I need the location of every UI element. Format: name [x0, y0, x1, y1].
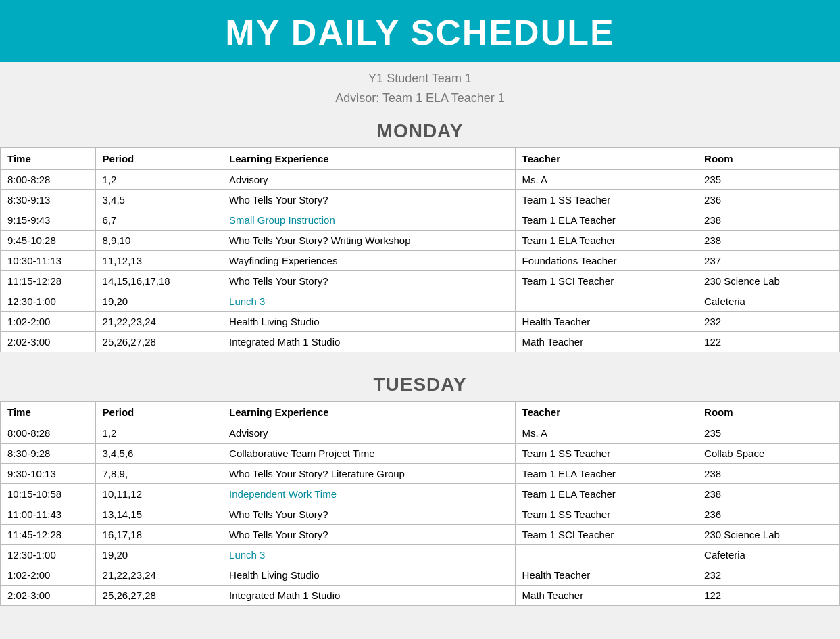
- cell-teacher: Team 1 SCI Teacher: [515, 270, 697, 291]
- cell-room: 230 Science Lab: [697, 270, 840, 291]
- cell-teacher: Ms. A: [515, 423, 697, 443]
- table-row: 12:30-1:0019,20Lunch 3Cafeteria: [1, 544, 840, 565]
- cell-period: 7,8,9,: [95, 463, 222, 483]
- table-row: 12:30-1:0019,20Lunch 3Cafeteria: [1, 291, 840, 311]
- cell-teacher: Team 1 SS Teacher: [515, 189, 697, 210]
- subheader: Y1 Student Team 1 Advisor: Team 1 ELA Te…: [0, 62, 840, 111]
- cell-room: 238: [697, 463, 840, 483]
- cell-teacher: Team 1 SCI Teacher: [515, 524, 697, 544]
- col-room-mon: Room: [697, 147, 840, 169]
- cell-period: 3,4,5: [95, 189, 222, 210]
- cell-time: 12:30-1:00: [1, 544, 96, 565]
- cell-room: 238: [697, 230, 840, 250]
- cell-time: 1:02-2:00: [1, 311, 96, 331]
- cell-period: 19,20: [95, 291, 222, 311]
- table-row: 8:30-9:133,4,5Who Tells Your Story?Team …: [1, 189, 840, 210]
- monday-table: Time Period Learning Experience Teacher …: [0, 147, 840, 352]
- cell-teacher: Team 1 ELA Teacher: [515, 463, 697, 483]
- table-row: 2:02-3:0025,26,27,28Integrated Math 1 St…: [1, 585, 840, 605]
- cell-time: 1:02-2:00: [1, 565, 96, 585]
- cell-learning-experience: Who Tells Your Story?: [222, 270, 516, 291]
- cell-teacher: Team 1 ELA Teacher: [515, 230, 697, 250]
- table-row: 11:00-11:4313,14,15Who Tells Your Story?…: [1, 504, 840, 524]
- cell-period: 8,9,10: [95, 230, 222, 250]
- cell-room: Cafeteria: [697, 291, 840, 311]
- monday-section: MONDAY Time Period Learning Experience T…: [0, 111, 840, 352]
- col-time-tue: Time: [1, 401, 96, 423]
- table-row: 9:30-10:137,8,9,Who Tells Your Story? Li…: [1, 463, 840, 483]
- cell-time: 9:15-9:43: [1, 210, 96, 230]
- monday-header: MONDAY: [0, 111, 840, 147]
- col-teacher-mon: Teacher: [515, 147, 697, 169]
- cell-teacher: Ms. A: [515, 169, 697, 189]
- tuesday-header: TUESDAY: [0, 364, 840, 401]
- cell-room: 235: [697, 169, 840, 189]
- cell-learning-experience: Lunch 3: [222, 544, 516, 565]
- cell-learning-experience: Lunch 3: [222, 291, 516, 311]
- cell-teacher: Health Teacher: [515, 565, 697, 585]
- cell-room: 238: [697, 483, 840, 504]
- cell-period: 1,2: [95, 169, 222, 189]
- cell-period: 21,22,23,24: [95, 311, 222, 331]
- col-room-tue: Room: [697, 401, 840, 423]
- cell-period: 11,12,13: [95, 250, 222, 270]
- table-row: 8:00-8:281,2AdvisoryMs. A235: [1, 423, 840, 443]
- monday-header-row: Time Period Learning Experience Teacher …: [1, 147, 840, 169]
- col-le-mon: Learning Experience: [222, 147, 516, 169]
- col-period-tue: Period: [95, 401, 222, 423]
- spacer-1: [0, 352, 840, 364]
- cell-learning-experience: Advisory: [222, 423, 516, 443]
- cell-room: 232: [697, 311, 840, 331]
- cell-period: 3,4,5,6: [95, 443, 222, 463]
- table-row: 2:02-3:0025,26,27,28Integrated Math 1 St…: [1, 331, 840, 352]
- cell-room: 236: [697, 504, 840, 524]
- cell-learning-experience: Health Living Studio: [222, 565, 516, 585]
- cell-time: 10:30-11:13: [1, 250, 96, 270]
- cell-teacher: Team 1 ELA Teacher: [515, 483, 697, 504]
- cell-time: 8:00-8:28: [1, 423, 96, 443]
- cell-period: 16,17,18: [95, 524, 222, 544]
- cell-learning-experience: Who Tells Your Story?: [222, 504, 516, 524]
- col-period-mon: Period: [95, 147, 222, 169]
- cell-period: 21,22,23,24: [95, 565, 222, 585]
- cell-time: 9:45-10:28: [1, 230, 96, 250]
- cell-period: 13,14,15: [95, 504, 222, 524]
- cell-learning-experience: Integrated Math 1 Studio: [222, 585, 516, 605]
- table-row: 8:30-9:283,4,5,6Collaborative Team Proje…: [1, 443, 840, 463]
- cell-learning-experience: Who Tells Your Story? Writing Workshop: [222, 230, 516, 250]
- cell-teacher: Team 1 ELA Teacher: [515, 210, 697, 230]
- cell-period: 14,15,16,17,18: [95, 270, 222, 291]
- cell-room: 122: [697, 331, 840, 352]
- page-title: MY DAILY SCHEDULE: [0, 12, 840, 53]
- table-row: 1:02-2:0021,22,23,24Health Living Studio…: [1, 311, 840, 331]
- cell-teacher: Math Teacher: [515, 585, 697, 605]
- cell-learning-experience: Who Tells Your Story?: [222, 524, 516, 544]
- cell-period: 1,2: [95, 423, 222, 443]
- team-label: Y1 Student Team 1: [0, 69, 840, 89]
- cell-learning-experience: Who Tells Your Story? Literature Group: [222, 463, 516, 483]
- cell-teacher: [515, 544, 697, 565]
- cell-time: 2:02-3:00: [1, 585, 96, 605]
- cell-time: 11:15-12:28: [1, 270, 96, 291]
- cell-time: 9:30-10:13: [1, 463, 96, 483]
- cell-time: 8:30-9:28: [1, 443, 96, 463]
- cell-learning-experience: Wayfinding Experiences: [222, 250, 516, 270]
- cell-learning-experience: Advisory: [222, 169, 516, 189]
- cell-room: 236: [697, 189, 840, 210]
- cell-room: 235: [697, 423, 840, 443]
- tuesday-header-row: Time Period Learning Experience Teacher …: [1, 401, 840, 423]
- cell-room: Cafeteria: [697, 544, 840, 565]
- cell-time: 8:30-9:13: [1, 189, 96, 210]
- cell-room: Collab Space: [697, 443, 840, 463]
- cell-teacher: Team 1 SS Teacher: [515, 443, 697, 463]
- cell-room: 230 Science Lab: [697, 524, 840, 544]
- table-row: 1:02-2:0021,22,23,24Health Living Studio…: [1, 565, 840, 585]
- table-row: 9:15-9:436,7Small Group InstructionTeam …: [1, 210, 840, 230]
- table-row: 10:30-11:1311,12,13Wayfinding Experience…: [1, 250, 840, 270]
- table-row: 10:15-10:5810,11,12Independent Work Time…: [1, 483, 840, 504]
- cell-room: 232: [697, 565, 840, 585]
- cell-teacher: Team 1 SS Teacher: [515, 504, 697, 524]
- table-row: 9:45-10:288,9,10Who Tells Your Story? Wr…: [1, 230, 840, 250]
- table-row: 11:45-12:2816,17,18Who Tells Your Story?…: [1, 524, 840, 544]
- col-teacher-tue: Teacher: [515, 401, 697, 423]
